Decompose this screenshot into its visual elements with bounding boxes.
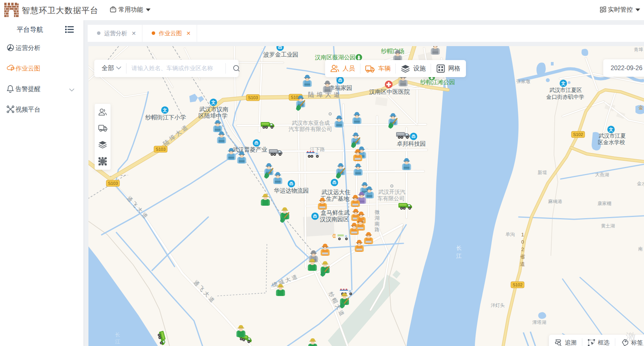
- svg-text:华运达物流园: 华运达物流园: [274, 187, 309, 194]
- svg-text:江: 江: [115, 339, 120, 344]
- svg-text:湖: 湖: [375, 215, 380, 221]
- svg-text:S103: S103: [248, 95, 258, 100]
- svg-text:区陆埠中学: 区陆埠中学: [199, 112, 228, 119]
- svg-text:大燕湖: 大燕湖: [595, 172, 609, 177]
- svg-text:单沟: 单沟: [506, 232, 515, 237]
- svg-text:S103: S103: [156, 147, 166, 151]
- svg-text:汉南区中医医院: 汉南区中医医院: [369, 88, 410, 95]
- svg-text:武汉市汉南: 武汉市汉南: [199, 106, 229, 112]
- svg-text:汉汉南园区: 汉汉南园区: [320, 216, 349, 222]
- svg-text:麻绳港: 麻绳港: [548, 199, 562, 204]
- svg-text:盒马鲜生武: 盒马鲜生武: [321, 209, 350, 216]
- svg-text:金口街赤矶中学: 金口街赤矶中学: [546, 94, 584, 100]
- svg-text:0: 0: [521, 239, 524, 245]
- svg-text:长: 长: [115, 332, 120, 337]
- svg-text:武汉市江夏: 武汉市江夏: [599, 133, 626, 139]
- svg-text:金: 金: [638, 105, 643, 110]
- svg-text:武汉远大住: 武汉远大住: [322, 189, 351, 195]
- svg-text:南: 南: [375, 221, 380, 227]
- svg-text:微: 微: [375, 209, 380, 215]
- svg-text:南: 南: [638, 246, 643, 251]
- svg-text:张家墩: 张家墩: [516, 79, 530, 84]
- svg-text:金水: 金水: [637, 181, 644, 186]
- svg-text:武汉市东亚合成: 武汉市东亚合成: [292, 120, 330, 126]
- svg-text:新堤: 新堤: [538, 170, 547, 175]
- svg-text:武汉市江夏区: 武汉市江夏区: [549, 87, 582, 93]
- svg-text:汉南区薇湖公园: 汉南区薇湖公园: [315, 54, 356, 60]
- svg-text:路: 路: [375, 227, 380, 232]
- svg-text:江: 江: [456, 253, 462, 259]
- svg-text:纱帽江滩公园: 纱帽江滩公园: [420, 79, 455, 85]
- svg-text:汽车部件有限公司: 汽车部件有限公司: [289, 126, 332, 132]
- svg-text:车有限公司: 车有限公司: [377, 195, 405, 201]
- svg-text:洋灯头: 洋灯头: [491, 303, 505, 308]
- svg-text:武汉开沃汽: 武汉开沃汽: [378, 189, 405, 195]
- svg-text:S102: S102: [512, 282, 523, 287]
- svg-text:康家棚: 康家棚: [597, 201, 611, 206]
- svg-text:波罗金工业园: 波罗金工业园: [263, 51, 298, 58]
- svg-text:幸福家园: 幸福家园: [329, 84, 352, 91]
- svg-text:S103: S103: [108, 181, 118, 186]
- svg-text:S102: S102: [573, 132, 583, 137]
- svg-text:卓邦科技园: 卓邦科技园: [397, 140, 426, 147]
- svg-text:纱帽街江下小学: 纱帽街江下小学: [145, 114, 186, 120]
- svg-text:青埠: 青埠: [634, 47, 643, 52]
- svg-text:道: 道: [520, 261, 525, 267]
- svg-text:长: 长: [456, 245, 462, 251]
- svg-text:1: 1: [521, 232, 524, 238]
- svg-text:潭塔湖: 潭塔湖: [532, 320, 546, 325]
- svg-text:黄土湖: 黄土湖: [601, 223, 615, 229]
- svg-text:武汉普菱产业: 武汉普菱产业: [232, 146, 267, 153]
- svg-text:省: 省: [520, 254, 525, 260]
- svg-text:区金水学校: 区金水学校: [598, 139, 625, 145]
- svg-text:2: 2: [521, 246, 524, 252]
